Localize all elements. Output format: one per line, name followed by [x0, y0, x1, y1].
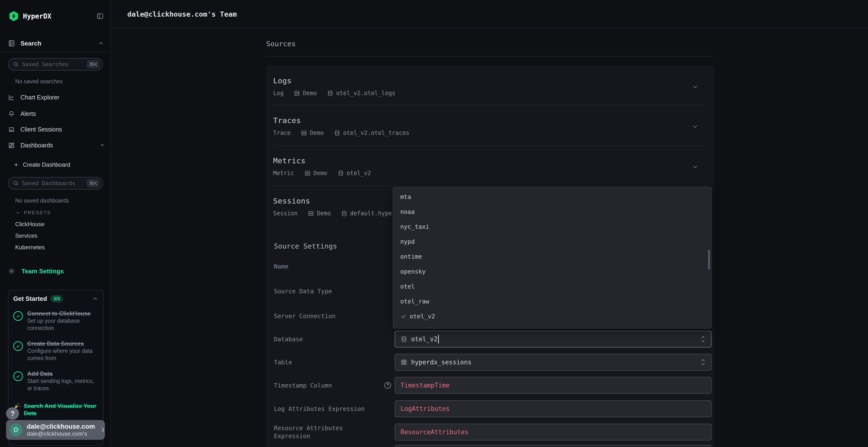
preset-item-services[interactable]: Services — [15, 232, 37, 239]
source-type-badge: Session — [273, 210, 298, 217]
chevron-down-icon[interactable] — [691, 163, 699, 170]
page-header-title: dale@clickhouse.com's Team — [127, 0, 237, 28]
select-chevrons-icon — [700, 335, 706, 343]
help-button[interactable]: ? — [6, 407, 19, 420]
dropdown-option[interactable]: nypd — [393, 234, 711, 249]
presets-toggle[interactable]: PRESETS — [15, 209, 51, 216]
dropdown-option[interactable]: ontime — [393, 249, 711, 264]
field-row-database: Database otel_v2 — [274, 331, 712, 347]
get-started-item-title: Add Data — [27, 370, 53, 377]
resource-attributes-input[interactable]: ResourceAttributes — [395, 424, 712, 441]
sidebar-item-label: Alerts — [21, 110, 36, 117]
log-attributes-label: Log Attributes Expression — [274, 400, 387, 417]
timestamp-column-value: TimestampTime — [401, 382, 450, 389]
source-row-traces: Traces Trace Demo — [273, 105, 707, 146]
user-menu[interactable]: D dale@clickhouse.com dale@clickhouse.co… — [6, 420, 105, 440]
get-started-item[interactable]: Connect to ClickHouse Set up your databa… — [13, 310, 98, 332]
create-dashboard-button[interactable]: Create Dashboard — [13, 161, 70, 169]
hyperdx-logo-icon — [8, 10, 20, 22]
preset-item-kubernetes[interactable]: Kubernetes — [15, 244, 45, 251]
option-label: otel — [400, 283, 415, 290]
sidebar-item-chart-explorer[interactable]: Chart Explorer — [8, 92, 105, 103]
sidebar-item-dashboards[interactable]: Dashboards — [8, 140, 105, 150]
check-circle-icon — [13, 341, 23, 351]
preset-item-clickhouse[interactable]: ClickHouse — [15, 221, 44, 228]
server-icon — [301, 130, 307, 136]
source-type-badge: Trace — [273, 130, 290, 136]
dashboard-grid-icon — [8, 142, 15, 149]
shortcut-badge: ⌘K — [87, 60, 100, 68]
database-select[interactable]: otel_v2 — [395, 331, 712, 347]
page-header: dale@clickhouse.com's Team — [112, 0, 868, 28]
sidebar-item-alerts[interactable]: Alerts — [8, 108, 105, 119]
source-connection: Demo — [317, 210, 331, 217]
get-started-item-partial[interactable]: Search And Visualize Your Data — [13, 403, 98, 417]
get-started-item[interactable]: Add Data Start sending logs, metrics, or… — [13, 370, 98, 392]
source-type-badge: Metric — [273, 170, 294, 176]
dropdown-option[interactable]: otel — [393, 279, 711, 294]
no-saved-searches-note: No saved searches — [15, 78, 63, 85]
search-section-label: Search — [21, 40, 41, 47]
source-row-metrics: Metrics Metric Demo — [273, 146, 707, 186]
timestamp-column-input[interactable]: TimestampTime — [395, 377, 712, 394]
database-label: Database — [274, 331, 387, 347]
dropdown-option-selected[interactable]: otel_v2 — [393, 309, 711, 324]
bell-icon — [8, 110, 15, 117]
saved-searches-input[interactable]: Saved Searches ⌘K — [8, 58, 103, 71]
table-value: hyperdx_sessions — [411, 358, 471, 366]
get-started-header[interactable]: Get Started 3/3 — [13, 295, 98, 303]
sidebar-collapse-icon[interactable] — [96, 12, 104, 20]
table-select[interactable]: hyperdx_sessions — [395, 354, 712, 371]
sources-section-title: Sources — [266, 40, 296, 48]
next-field-input-partial[interactable] — [395, 445, 712, 447]
sidebar-divider — [0, 51, 111, 52]
log-attributes-input[interactable]: LogAttributes — [395, 400, 712, 417]
app-title: HyperDX — [23, 12, 51, 20]
dropdown-option[interactable]: otel_raw — [393, 294, 711, 309]
avatar: D — [9, 423, 23, 437]
search-icon — [13, 61, 19, 67]
chevron-down-icon[interactable] — [691, 123, 699, 130]
search-icon — [13, 180, 19, 186]
help-circle-icon[interactable] — [383, 381, 392, 390]
dropdown-option[interactable]: nyc_taxi — [393, 219, 711, 234]
saved-dashboards-input[interactable]: Saved Dashboards ⌘K — [8, 177, 103, 190]
team-settings-link[interactable]: Team Settings — [8, 266, 105, 276]
presets-label: PRESETS — [24, 210, 51, 215]
chevron-up-icon — [99, 142, 105, 148]
gear-icon — [8, 268, 15, 275]
option-label: nyc_taxi — [400, 223, 429, 230]
source-connection: Demo — [303, 90, 317, 97]
chevron-up-icon — [98, 40, 104, 46]
field-row-resource-attributes: Resource Attributes Expression ResourceA… — [274, 424, 712, 441]
get-started-progress-badge: 3/3 — [51, 295, 63, 303]
no-saved-dashboards-note: No saved dashboards — [15, 198, 69, 204]
chevron-down-icon[interactable] — [691, 83, 699, 90]
database-icon — [401, 336, 407, 342]
user-team: dale@clickhouse.com's — [27, 431, 95, 437]
sidebar-item-label: Dashboards — [21, 142, 53, 149]
database-dropdown: mta noaa nyc_taxi nypd ontime opensky ot… — [393, 187, 712, 329]
chevron-down-icon — [15, 210, 21, 215]
chevron-up-icon — [92, 296, 98, 302]
log-attributes-value: LogAttributes — [401, 405, 450, 412]
option-label: mta — [400, 194, 411, 200]
dropdown-option[interactable]: noaa — [393, 204, 711, 219]
server-icon — [308, 210, 314, 217]
sidebar-item-client-sessions[interactable]: Client Sessions — [8, 124, 105, 135]
check-circle-icon — [13, 311, 23, 321]
dropdown-scrollbar[interactable] — [708, 250, 710, 270]
sidebar-section-search[interactable]: Search — [8, 37, 104, 50]
get-started-item[interactable]: Create Data Sources Configure where your… — [13, 340, 98, 362]
shortcut-badge: ⌘K — [87, 179, 100, 187]
table-icon — [401, 359, 407, 366]
text-cursor — [438, 335, 439, 343]
sources-divider — [266, 56, 714, 57]
field-row-table: Table hyperdx_sessions — [274, 354, 712, 371]
get-started-item-desc: Start sending logs, metrics, or traces — [27, 377, 98, 392]
source-data-type-label: Source Data Type — [274, 283, 387, 300]
get-started-item-desc: Configure where your data comes from — [27, 347, 98, 362]
dropdown-option[interactable]: mta — [393, 189, 711, 204]
dropdown-option[interactable]: opensky — [393, 264, 711, 279]
database-icon — [334, 130, 340, 136]
